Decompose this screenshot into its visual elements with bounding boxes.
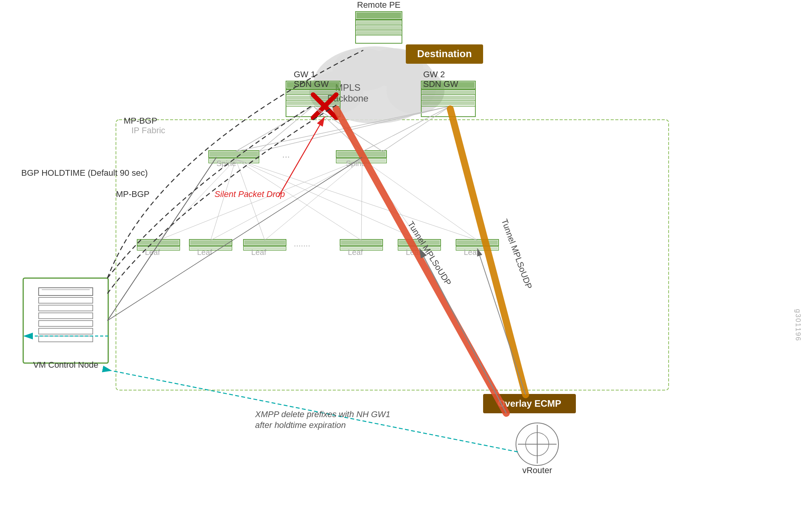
svg-rect-14: [356, 12, 401, 19]
svg-line-135: [107, 157, 362, 321]
svg-text:vRouter: vRouter: [522, 465, 552, 475]
svg-line-95: [158, 159, 236, 240]
svg-text:GW 2: GW 2: [423, 70, 445, 79]
svg-rect-47: [209, 151, 258, 157]
svg-rect-68: [244, 240, 285, 245]
svg-text:Tunnel MPLSoUDP: Tunnel MPLSoUDP: [500, 217, 534, 290]
svg-text:SDN GW: SDN GW: [423, 79, 458, 89]
svg-text:VM Control Node: VM Control Node: [33, 360, 99, 370]
svg-rect-63: [190, 240, 231, 245]
svg-text:BGP HOLDTIME (Default 90 sec): BGP HOLDTIME (Default 90 sec): [21, 168, 148, 178]
svg-line-96: [211, 159, 236, 240]
svg-text:XMPP delete prefixes with NH G: XMPP delete prefixes with NH GW1: [255, 409, 390, 419]
svg-text:Overlay ECMP: Overlay ECMP: [498, 398, 561, 409]
svg-text:Leaf: Leaf: [145, 248, 160, 256]
svg-line-100: [236, 159, 477, 240]
svg-rect-74: [341, 240, 382, 245]
svg-rect-16: [356, 26, 401, 30]
svg-text:MP-BGP: MP-BGP: [116, 189, 150, 199]
svg-line-104: [361, 159, 362, 240]
svg-rect-17: [356, 31, 401, 35]
svg-rect-41: [422, 96, 475, 100]
svg-text:Spine: Spine: [216, 159, 236, 168]
svg-text:Leaf: Leaf: [197, 248, 212, 256]
svg-rect-40: [422, 90, 475, 94]
svg-line-98: [236, 159, 361, 240]
svg-text:Leaf: Leaf: [348, 248, 363, 256]
svg-text:SDN GW: SDN GW: [294, 79, 329, 89]
svg-rect-84: [457, 240, 498, 245]
svg-text:MP-BGP: MP-BGP: [124, 116, 157, 126]
svg-text:Silent Packet Drop: Silent Packet Drop: [214, 189, 285, 199]
svg-text:Destination: Destination: [417, 48, 472, 59]
svg-line-134: [107, 157, 216, 321]
svg-text:...: ...: [282, 149, 290, 160]
svg-line-124: [336, 109, 506, 413]
svg-line-102: [211, 159, 362, 240]
svg-text:Leaf: Leaf: [464, 248, 479, 256]
svg-text:Leaf: Leaf: [251, 248, 266, 256]
svg-rect-42: [422, 101, 475, 105]
svg-line-99: [236, 159, 419, 240]
svg-rect-15: [356, 21, 401, 25]
svg-text:after holdtime expiration: after holdtime expiration: [255, 420, 346, 430]
svg-text:IP Fabric: IP Fabric: [131, 126, 165, 135]
svg-line-103: [265, 159, 362, 240]
svg-text:.......: .......: [294, 239, 310, 248]
svg-text:g301196: g301196: [794, 309, 802, 341]
svg-text:Remote PE: Remote PE: [357, 0, 401, 10]
svg-text:GW 1: GW 1: [294, 70, 315, 79]
